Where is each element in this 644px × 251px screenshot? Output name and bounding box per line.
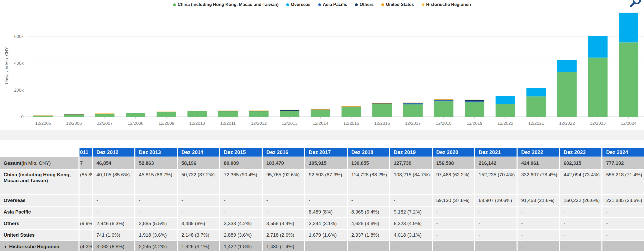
bar-segment-12-2017-china-including-hong-kong-macau-and-taiwan[interactable] xyxy=(403,104,423,117)
legend-item-overseas[interactable]: Overseas xyxy=(286,2,311,7)
bar-segment-12-2018-china-including-hong-kong-macau-and-taiwan[interactable] xyxy=(434,101,453,117)
bar-segment-12-2008-historische-regionen[interactable] xyxy=(126,113,145,113)
legend-label: United States xyxy=(386,2,414,7)
bar-segment-12-2011-others[interactable] xyxy=(218,111,238,111)
legend-item-others[interactable]: Others xyxy=(355,2,374,7)
table-row-overseas: Overseas--------59,130 (37.8%)63,907 (29… xyxy=(0,195,644,206)
row-label-historische-regionen[interactable]: ▼Historische Regionen xyxy=(0,241,78,251)
legend-item-united-states[interactable]: United States xyxy=(381,2,414,7)
bar-segment-12-2012-united-states[interactable] xyxy=(249,111,269,111)
bar-segment-12-2017-others[interactable] xyxy=(403,103,423,103)
bar-segment-12-2015-china-including-hong-kong-macau-and-taiwan[interactable] xyxy=(342,107,361,117)
table-row-historische-regionen: ▼Historische Regionen(4.2%)3,062 (6.5%)2… xyxy=(0,241,644,251)
bar-segment-12-2023-overseas[interactable] xyxy=(588,36,608,58)
table-cell-china-including-hong-kong-macau-and-taiwan-dez-2021: 152,235 (70.4%) xyxy=(475,170,517,194)
bar-segment-12-2007-historische-regionen[interactable] xyxy=(95,113,114,114)
x-tick-label: 12/2012 xyxy=(251,121,266,126)
table-cell-united-states-dez-2013: 1,918 (3.6%) xyxy=(135,230,177,240)
bar-segment-12-2019-others[interactable] xyxy=(465,100,484,101)
table-cell-overseas-dez-2016: - xyxy=(263,195,304,206)
table-cell-overseas-dez-2012: - xyxy=(93,195,134,206)
table-cell-gesamt-dez-2015: 80,009 xyxy=(220,157,262,169)
row-label-asia-pacific: Asia Pacific xyxy=(0,207,78,217)
table-cell-overseas-dez-2013: - xyxy=(135,195,177,206)
bar-segment-12-2021-china-including-hong-kong-macau-and-taiwan[interactable] xyxy=(526,96,546,117)
bar-segment-12-2018-asia-pacific[interactable] xyxy=(434,100,453,101)
table-cell-united-states-dez-2019: 4,018 (3.1%) xyxy=(390,230,432,240)
row-label-text: China (including Hong Kong, Macau and Ta… xyxy=(4,172,76,184)
bar-segment-12-2008-china-including-hong-kong-macau-and-taiwan[interactable] xyxy=(126,113,145,117)
legend-swatch-icon xyxy=(286,3,289,6)
table-cell-overseas-dez-2018: - xyxy=(348,195,389,206)
bar-segment-12-2009-historische-regionen[interactable] xyxy=(157,112,176,112)
bar-segment-12-2014-united-states[interactable] xyxy=(311,109,330,110)
bar-segment-12-2019-asia-pacific[interactable] xyxy=(465,101,484,102)
bar-segment-12-2005-historische-regionen[interactable] xyxy=(33,115,53,116)
bar-segment-12-2011-china-including-hong-kong-macau-and-taiwan[interactable] xyxy=(218,111,238,117)
bar-segment-12-2017-united-states[interactable] xyxy=(403,103,423,103)
bar-segment-12-2018-others[interactable] xyxy=(434,100,453,100)
x-tick-label: 12/2017 xyxy=(405,121,421,126)
bar-segment-12-2016-others[interactable] xyxy=(372,103,392,104)
bar-segment-12-2014-china-including-hong-kong-macau-and-taiwan[interactable] xyxy=(311,110,330,117)
bar-segment-12-2022-overseas[interactable] xyxy=(557,60,577,72)
bar-segment-12-2008-others[interactable] xyxy=(126,113,145,113)
bar-segment-12-2019-china-including-hong-kong-macau-and-taiwan[interactable] xyxy=(465,102,484,117)
bar-segment-12-2009-china-including-hong-kong-macau-and-taiwan[interactable] xyxy=(157,112,176,117)
x-tick-label: 12/2021 xyxy=(528,121,544,126)
bar-segment-12-2015-historische-regionen[interactable] xyxy=(342,106,361,106)
legend-item-china-including-hong-kong-macau-and-taiwan[interactable]: China (including Hong Kong, Macau and Ta… xyxy=(173,2,279,7)
table-cell-gesamt-011: 7 xyxy=(80,157,92,169)
bar-segment-12-2019-united-states[interactable] xyxy=(465,100,484,100)
legend-item-asia-pacific[interactable]: Asia Pacific xyxy=(318,2,347,7)
table-cell-asia-pacific-dez-2012: - xyxy=(93,207,134,217)
bar-segment-12-2024-china-including-hong-kong-macau-and-taiwan[interactable] xyxy=(619,42,638,117)
bar-segment-12-2010-historische-regionen[interactable] xyxy=(187,111,207,111)
table-cell-china-including-hong-kong-macau-and-taiwan-dez-2017: 92,503 (87.3%) xyxy=(305,170,347,194)
bar-segment-12-2023-china-including-hong-kong-macau-and-taiwan[interactable] xyxy=(588,57,608,117)
bar-segment-12-2010-others[interactable] xyxy=(187,111,207,111)
bar-segment-12-2022-china-including-hong-kong-macau-and-taiwan[interactable] xyxy=(557,72,577,117)
y-tick-label: 200k xyxy=(14,88,24,93)
x-tick-label: 12/2008 xyxy=(128,121,143,126)
table-cell-asia-pacific-dez-2014: - xyxy=(178,207,219,217)
legend-item-historische-regionen[interactable]: Historische Regionen xyxy=(422,2,471,7)
table-cell-china-including-hong-kong-macau-and-taiwan-dez-2014: 50,732 (87.2%) xyxy=(178,170,219,194)
zoom-icon[interactable] xyxy=(627,0,643,9)
bar-segment-12-2006-china-including-hong-kong-macau-and-taiwan[interactable] xyxy=(64,114,84,117)
bar-segment-12-2009-others[interactable] xyxy=(157,112,176,112)
bar-segment-12-2018-united-states[interactable] xyxy=(434,99,453,100)
table-cell-others-dez-2022: - xyxy=(518,218,559,229)
bar-segment-12-2012-china-including-hong-kong-macau-and-taiwan[interactable] xyxy=(249,111,269,117)
bar-segment-12-2020-overseas[interactable] xyxy=(496,96,515,104)
table-cell-overseas-dez-2017: - xyxy=(305,195,347,206)
bar-segment-12-2013-china-including-hong-kong-macau-and-taiwan[interactable] xyxy=(280,111,299,117)
bar-segment-12-2016-china-including-hong-kong-macau-and-taiwan[interactable] xyxy=(372,104,392,117)
bar-segment-12-2011-historische-regionen[interactable] xyxy=(218,111,238,111)
bar-segment-12-2006-historische-regionen[interactable] xyxy=(64,114,84,114)
bar-segment-12-2021-overseas[interactable] xyxy=(526,88,546,96)
bar-segment-12-2014-historische-regionen[interactable] xyxy=(311,109,330,109)
bar-segment-12-2017-asia-pacific[interactable] xyxy=(403,103,423,104)
bar-segment-12-2013-united-states[interactable] xyxy=(280,110,299,110)
bar-segment-12-2013-historische-regionen[interactable] xyxy=(280,110,299,110)
bar-segment-12-2010-china-including-hong-kong-macau-and-taiwan[interactable] xyxy=(187,111,207,117)
table-cell-overseas-011 xyxy=(80,195,92,206)
bar-segment-12-2012-historische-regionen[interactable] xyxy=(249,111,269,111)
bar-segment-12-2015-others[interactable] xyxy=(342,107,361,107)
table-cell-historische-regionen-011: (4.2%) xyxy=(80,241,92,251)
table-cell-asia-pacific-dez-2019: 9,182 (7.2%) xyxy=(390,207,432,217)
table-cell-gesamt-dez-2022: 424,061 xyxy=(518,157,559,169)
bar-segment-12-2014-others[interactable] xyxy=(311,110,330,110)
bar-segment-12-2007-china-including-hong-kong-macau-and-taiwan[interactable] xyxy=(95,114,114,117)
table-cell-china-including-hong-kong-macau-and-taiwan-dez-2022: 332,607 (78.4%) xyxy=(518,170,559,194)
bar-segment-12-2013-others[interactable] xyxy=(280,110,299,111)
legend-swatch-icon xyxy=(381,3,384,6)
y-tick-label: 0 xyxy=(21,114,24,119)
bar-segment-12-2020-china-including-hong-kong-macau-and-taiwan[interactable] xyxy=(496,104,515,117)
bar-segment-12-2016-historische-regionen[interactable] xyxy=(372,103,392,103)
bar-segment-12-2024-overseas[interactable] xyxy=(619,13,638,43)
chart-legend: China (including Hong Kong, Macau and Ta… xyxy=(0,2,644,7)
row-label-china-including-hong-kong-macau-and-taiwan: China (including Hong Kong, Macau and Ta… xyxy=(0,170,78,194)
y-tick-label: 600k xyxy=(14,34,24,39)
